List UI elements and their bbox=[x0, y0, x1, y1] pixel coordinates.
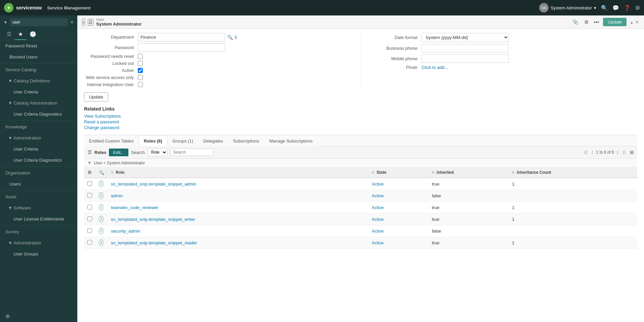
next-record-button[interactable]: ▼ bbox=[635, 19, 639, 25]
search-icon[interactable]: 🔍 bbox=[601, 5, 608, 11]
role-link[interactable]: sn_templated_snip.template_snippet_write… bbox=[111, 217, 195, 222]
first-page-button[interactable]: ⟨⟨ bbox=[583, 149, 589, 155]
filter-icon[interactable]: ▼ bbox=[87, 160, 92, 165]
roles-search-input[interactable] bbox=[170, 149, 214, 156]
sidebar-section-admin-survey[interactable]: ▼ Administration bbox=[0, 237, 77, 248]
back-button[interactable]: ‹ bbox=[82, 18, 85, 26]
chat-icon[interactable]: 💬 bbox=[612, 5, 619, 11]
sidebar-section-service-catalog[interactable]: Service Catalog bbox=[0, 64, 77, 75]
role-link[interactable]: security_admin bbox=[111, 229, 140, 234]
sidebar-search-input[interactable] bbox=[10, 18, 68, 26]
more-options-button[interactable]: ••• bbox=[593, 18, 601, 26]
change-password-link[interactable]: Change password bbox=[84, 125, 637, 130]
last-page-button[interactable]: ⟩⟩ bbox=[621, 149, 627, 155]
info-icon[interactable]: i bbox=[99, 216, 104, 223]
role-link[interactable]: sn_templated_snip.template_snippet_admin bbox=[111, 182, 196, 187]
state-link[interactable]: Active bbox=[372, 193, 384, 198]
business-phone-input[interactable] bbox=[421, 44, 509, 52]
next-page-button[interactable]: ⟩ bbox=[615, 149, 620, 155]
state-link[interactable]: Active bbox=[372, 229, 384, 234]
tab-roles[interactable]: Roles (6) bbox=[139, 135, 167, 146]
state-link[interactable]: Active bbox=[372, 182, 384, 187]
sidebar-section-software[interactable]: ▼ Software bbox=[0, 202, 77, 213]
info-icon[interactable]: i bbox=[99, 204, 104, 211]
sidebar-section-catalog-definitions[interactable]: ▼ Catalog Definitions bbox=[0, 75, 77, 86]
roles-search-select[interactable]: Role bbox=[148, 148, 167, 156]
sidebar-item-password-reset[interactable]: Password Reset bbox=[0, 40, 77, 51]
prev-page-button[interactable]: ⟨ bbox=[590, 149, 595, 155]
tab-delegates[interactable]: Delegates bbox=[198, 135, 228, 146]
sidebar-item-blocked-users[interactable]: Blocked Users bbox=[0, 51, 77, 63]
tab-subscriptions[interactable]: Subscriptions bbox=[228, 135, 264, 146]
user-dropdown-icon[interactable]: ▾ bbox=[594, 5, 596, 10]
active-checkbox[interactable] bbox=[138, 68, 143, 73]
sidebar-section-knowledge[interactable]: Knowledge bbox=[0, 121, 77, 132]
info-icon[interactable]: i bbox=[99, 239, 104, 246]
sidebar-item-user-criteria-diagnostics-catalog[interactable]: User Criteria Diagnostics bbox=[0, 109, 77, 120]
help-icon[interactable]: ❓ bbox=[624, 5, 631, 11]
sidebar-tab-history[interactable]: 🕐 bbox=[26, 29, 40, 40]
row-checkbox[interactable] bbox=[87, 193, 92, 198]
info-icon[interactable]: i bbox=[99, 192, 104, 199]
role-link[interactable]: admin bbox=[111, 193, 123, 198]
sidebar-item-user-criteria-catalog[interactable]: User Criteria bbox=[0, 86, 77, 97]
sidebar-item-user-criteria-knowledge[interactable]: User Criteria bbox=[0, 144, 77, 155]
user-menu[interactable]: SA System Administrator ▾ bbox=[539, 3, 596, 12]
info-icon[interactable]: i bbox=[99, 228, 104, 234]
sidebar-item-user-license[interactable]: User License Entitlements bbox=[0, 213, 77, 225]
update-button[interactable]: Update bbox=[84, 92, 108, 102]
tab-groups[interactable]: Groups (1) bbox=[167, 135, 198, 146]
tab-entitled-custom-tables[interactable]: Entitled Custom Tables bbox=[84, 135, 139, 146]
role-link[interactable]: teamdev_code_reviewer bbox=[111, 205, 159, 210]
settings-icon[interactable]: ⚙ bbox=[87, 170, 92, 175]
row-checkbox[interactable] bbox=[87, 205, 92, 209]
locked-out-checkbox[interactable] bbox=[138, 61, 143, 66]
filter-icon[interactable]: ▼ bbox=[3, 20, 8, 25]
edit-button[interactable]: Edit... bbox=[109, 149, 128, 156]
password-needs-reset-checkbox[interactable] bbox=[138, 54, 143, 59]
attachment-button[interactable]: 📎 bbox=[571, 18, 580, 27]
sidebar-item-user-groups[interactable]: User Groups bbox=[0, 248, 77, 259]
sidebar-section-asset[interactable]: Asset bbox=[0, 191, 77, 202]
sidebar-section-admin-knowledge[interactable]: ▼ Administration bbox=[0, 132, 77, 144]
tab-manage-subscriptions[interactable]: Manage Subscriptions bbox=[264, 135, 318, 146]
state-link[interactable]: Active bbox=[372, 217, 384, 222]
record-menu-button[interactable]: ☰ bbox=[88, 19, 93, 26]
date-format-select[interactable]: System (yyyy-MM-dd) bbox=[421, 33, 509, 42]
table-search-icon[interactable]: 🔍 bbox=[99, 170, 104, 175]
role-link[interactable]: sn_templated_snip.template_snippet_reade… bbox=[111, 240, 197, 245]
row-checkbox[interactable] bbox=[87, 240, 92, 245]
sidebar-item-user-criteria-diagnostics-knowledge[interactable]: User Criteria Diagnostics bbox=[0, 155, 77, 166]
state-link[interactable]: Active bbox=[372, 205, 384, 210]
prev-record-button[interactable]: ▲ bbox=[629, 19, 634, 25]
update-button-header[interactable]: Update bbox=[603, 18, 627, 26]
photo-add-link[interactable]: Click to add... bbox=[421, 65, 448, 70]
sidebar-section-survey[interactable]: Survey bbox=[0, 226, 77, 237]
row-checkbox[interactable] bbox=[87, 228, 92, 233]
department-input[interactable] bbox=[138, 33, 225, 41]
department-info-icon[interactable]: ℹ bbox=[235, 35, 237, 40]
customize-button[interactable]: ⚙ bbox=[583, 18, 590, 27]
row-checkbox[interactable] bbox=[87, 216, 92, 221]
clear-search-icon[interactable]: ✕ bbox=[70, 19, 74, 25]
view-subscriptions-link[interactable]: View Subscriptions bbox=[84, 114, 637, 119]
department-search-icon[interactable]: 🔍 bbox=[227, 35, 233, 40]
password-input[interactable] bbox=[138, 43, 225, 52]
web-service-checkbox[interactable] bbox=[138, 75, 143, 80]
sidebar-tab-list[interactable]: ☰ bbox=[3, 29, 15, 40]
sidebar-item-users[interactable]: Users bbox=[0, 178, 77, 190]
sidebar-tab-favorites[interactable]: ★ bbox=[15, 29, 26, 40]
logo[interactable]: ❄ servicenow Service Management bbox=[4, 3, 91, 12]
internal-integration-checkbox[interactable] bbox=[138, 82, 143, 87]
info-icon[interactable]: i bbox=[99, 180, 104, 187]
reset-password-link[interactable]: Reset a password bbox=[84, 119, 637, 124]
roles-toolbar-menu-icon[interactable]: ☰ bbox=[87, 149, 92, 155]
row-checkbox[interactable] bbox=[87, 181, 92, 186]
mobile-phone-input[interactable] bbox=[421, 54, 509, 63]
sidebar-bottom-icon[interactable]: ⊕ bbox=[0, 310, 77, 322]
grid-view-icon[interactable]: ⊞ bbox=[630, 150, 634, 155]
sidebar-section-organization[interactable]: Organization bbox=[0, 167, 77, 178]
sidebar-section-catalog-admin[interactable]: ▼ Catalog Administration bbox=[0, 97, 77, 109]
state-link[interactable]: Active bbox=[372, 240, 384, 245]
settings-icon[interactable]: ⚙ bbox=[635, 5, 640, 11]
